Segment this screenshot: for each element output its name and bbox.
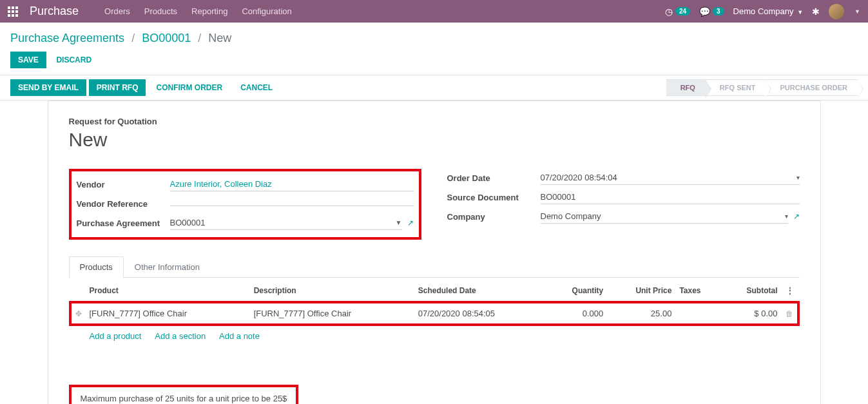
messages-indicator[interactable]: 💬 3 <box>699 6 724 17</box>
discard-button[interactable]: DISCARD <box>48 52 99 68</box>
order-date-label: Order Date <box>447 173 541 183</box>
send-email-button[interactable]: SEND BY EMAIL <box>10 79 86 96</box>
chevron-down-icon: ▼ <box>797 9 803 15</box>
drag-handle-icon[interactable]: ✥ <box>75 309 82 318</box>
company-label: Demo Company <box>733 6 794 16</box>
tab-products[interactable]: Products <box>69 256 124 278</box>
page-subtitle: Request for Quotation <box>69 117 800 126</box>
vendor-field[interactable]: Azure Interior, Colleen Diaz <box>170 177 414 191</box>
vendor-label: Vendor <box>77 180 170 189</box>
form-sheet: Request for Quotation New Vendor Azure I… <box>48 101 821 404</box>
company-value: Demo Company <box>541 211 601 221</box>
print-rfq-button[interactable]: PRINT RFQ <box>89 79 146 96</box>
table-row[interactable]: ✥ [FURN_7777] Office Chair [FURN_7777] O… <box>70 302 798 325</box>
kebab-icon[interactable]: ⋮ <box>786 285 795 296</box>
terms-note-highlight: Maximum purchase of 25 units for a unit … <box>69 385 299 404</box>
terms-note[interactable]: Maximum purchase of 25 units for a unit … <box>81 394 287 403</box>
col-description: Description <box>250 280 414 302</box>
vendor-ref-field[interactable] <box>170 202 414 206</box>
vendor-ref-label: Vendor Reference <box>77 199 170 209</box>
chevron-down-icon: ▾ <box>796 174 800 181</box>
source-doc-label: Source Document <box>447 193 541 202</box>
cell-unit-price[interactable]: 25.00 <box>607 302 675 325</box>
add-product-link[interactable]: Add a product <box>90 331 142 341</box>
add-note-link[interactable]: Add a note <box>219 331 260 341</box>
cell-description[interactable]: [FURN_7777] Office Chair <box>250 302 414 325</box>
breadcrumb: Purchase Agreements / BO00001 / New <box>0 23 868 52</box>
company-switcher[interactable]: Demo Company ▼ <box>733 6 803 16</box>
order-date-value: 07/20/2020 08:54:04 <box>541 173 617 182</box>
status-purchase-order[interactable]: PURCHASE ORDER <box>766 79 858 96</box>
cell-subtotal: $ 0.00 <box>721 302 782 325</box>
nav-orders[interactable]: Orders <box>104 6 130 16</box>
add-section-link[interactable]: Add a section <box>155 331 206 341</box>
tabs: Products Other Information <box>69 256 800 278</box>
col-scheduled: Scheduled Date <box>414 280 546 302</box>
external-link-icon[interactable]: ↗ <box>407 218 414 227</box>
vendor-value: Azure Interior, Colleen Diaz <box>170 179 272 189</box>
confirm-order-button[interactable]: CONFIRM ORDER <box>148 79 230 96</box>
breadcrumb-bo00001[interactable]: BO00001 <box>142 32 191 44</box>
status-rfq[interactable]: RFQ <box>666 79 706 96</box>
chevron-down-icon: ▼ <box>396 219 402 226</box>
clock-icon: ◷ <box>665 6 673 17</box>
col-unit-price: Unit Price <box>607 280 675 302</box>
agreement-value: BO00001 <box>170 218 206 227</box>
cell-quantity[interactable]: 0.000 <box>546 302 608 325</box>
cell-taxes[interactable] <box>675 302 720 325</box>
nav-configuration[interactable]: Configuration <box>242 6 291 16</box>
form-buttons: SAVE DISCARD <box>0 52 868 75</box>
status-flow: RFQ RFQ SENT PURCHASE ORDER <box>666 79 858 96</box>
activity-count: 24 <box>675 7 690 15</box>
save-button[interactable]: SAVE <box>10 52 46 68</box>
chat-icon: 💬 <box>699 6 710 17</box>
col-subtotal: Subtotal <box>721 280 782 302</box>
source-doc-value: BO00001 <box>541 192 576 202</box>
order-date-field[interactable]: 07/20/2020 08:54:04 ▾ <box>541 171 800 185</box>
external-link-icon[interactable]: ↗ <box>793 212 800 221</box>
user-menu-caret[interactable]: ▼ <box>854 8 860 15</box>
agreement-label: Purchase Agreement <box>77 218 170 228</box>
brand-title[interactable]: Purchase <box>30 5 79 18</box>
source-doc-field[interactable]: BO00001 <box>541 190 800 204</box>
page-title: New <box>69 129 800 151</box>
topbar: Purchase Orders Products Reporting Confi… <box>0 0 868 23</box>
company-field[interactable]: Demo Company ▾ <box>541 209 788 224</box>
message-count: 3 <box>713 7 724 15</box>
agreement-field[interactable]: BO00001 ▼ <box>170 216 402 230</box>
apps-icon[interactable] <box>8 6 18 17</box>
vendor-section-highlight: Vendor Azure Interior, Colleen Diaz Vend… <box>69 169 421 240</box>
chevron-down-icon: ▾ <box>785 213 788 220</box>
col-product: Product <box>86 280 250 302</box>
tab-other-info[interactable]: Other Information <box>124 256 211 277</box>
breadcrumb-current: New <box>208 32 231 44</box>
nav-reporting[interactable]: Reporting <box>191 6 227 16</box>
col-quantity: Quantity <box>546 280 608 302</box>
statusbar: SEND BY EMAIL PRINT RFQ CONFIRM ORDER CA… <box>0 75 868 101</box>
debug-icon[interactable]: ✱ <box>812 6 820 17</box>
breadcrumb-agreements[interactable]: Purchase Agreements <box>10 32 124 44</box>
cancel-button[interactable]: CANCEL <box>233 79 280 96</box>
activity-indicator[interactable]: ◷ 24 <box>665 6 690 17</box>
status-rfq-sent[interactable]: RFQ SENT <box>706 79 766 96</box>
cell-product[interactable]: [FURN_7777] Office Chair <box>86 302 250 325</box>
company-label: Company <box>447 212 541 222</box>
nav-products[interactable]: Products <box>144 6 177 16</box>
products-table: Product Description Scheduled Date Quant… <box>69 280 800 346</box>
col-taxes: Taxes <box>675 280 720 302</box>
trash-icon[interactable]: 🗑 <box>786 309 793 318</box>
avatar[interactable] <box>829 4 844 19</box>
cell-scheduled[interactable]: 07/20/2020 08:54:05 <box>414 302 546 325</box>
